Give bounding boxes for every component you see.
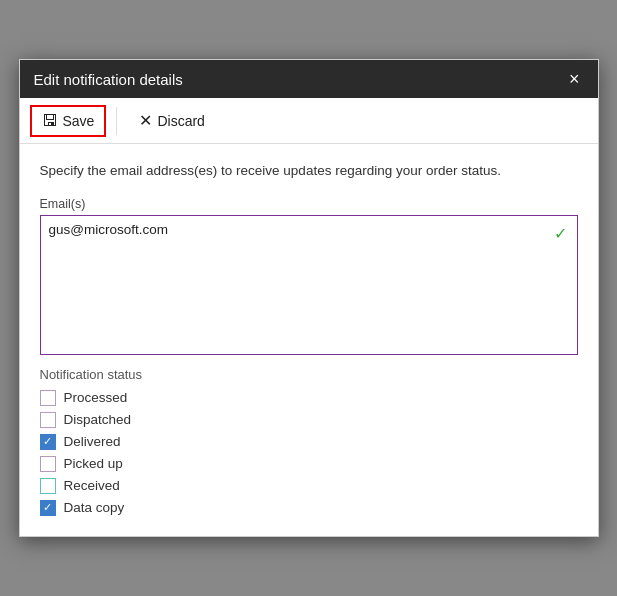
checkbox-picked-up[interactable]: ✓ xyxy=(40,456,56,472)
dialog-body: Specify the email address(es) to receive… xyxy=(20,144,598,536)
checkbox-delivered[interactable]: ✓ xyxy=(40,434,56,450)
checkmark-icon: ✓ xyxy=(43,502,52,513)
checkbox-item-processed[interactable]: ✓ Processed xyxy=(40,390,578,406)
dialog-titlebar: Edit notification details × xyxy=(20,60,598,98)
email-textarea[interactable]: gus@microsoft.com xyxy=(49,222,547,342)
checkbox-item-dispatched[interactable]: ✓ Dispatched xyxy=(40,412,578,428)
checkbox-label-picked-up: Picked up xyxy=(64,456,123,471)
checkbox-label-delivered: Delivered xyxy=(64,434,121,449)
save-button[interactable]: 🖫 Save xyxy=(30,105,107,137)
checkbox-processed[interactable]: ✓ xyxy=(40,390,56,406)
checkbox-item-received[interactable]: ✓ Received xyxy=(40,478,578,494)
description-text: Specify the email address(es) to receive… xyxy=(40,162,578,181)
checkbox-label-dispatched: Dispatched xyxy=(64,412,132,427)
toolbar-divider xyxy=(116,107,117,135)
checkbox-list: ✓ Processed ✓ Dispatched ✓ Delivered ✓ xyxy=(40,390,578,516)
toolbar: 🖫 Save ✕ Discard xyxy=(20,98,598,144)
checkbox-data-copy[interactable]: ✓ xyxy=(40,500,56,516)
checkbox-item-delivered[interactable]: ✓ Delivered xyxy=(40,434,578,450)
checkbox-label-processed: Processed xyxy=(64,390,128,405)
notification-status-label: Notification status xyxy=(40,367,578,382)
checkmark-icon: ✓ xyxy=(43,436,52,447)
discard-icon: ✕ xyxy=(139,111,152,130)
discard-button[interactable]: ✕ Discard xyxy=(127,104,216,137)
checkbox-item-picked-up[interactable]: ✓ Picked up xyxy=(40,456,578,472)
checkbox-dispatched[interactable]: ✓ xyxy=(40,412,56,428)
checkbox-label-received: Received xyxy=(64,478,120,493)
save-icon: 🖫 xyxy=(42,112,58,130)
save-label: Save xyxy=(63,113,95,129)
email-field-label: Email(s) xyxy=(40,197,578,211)
close-button[interactable]: × xyxy=(565,70,584,88)
checkbox-label-data-copy: Data copy xyxy=(64,500,125,515)
checkbox-received[interactable]: ✓ xyxy=(40,478,56,494)
discard-label: Discard xyxy=(157,113,204,129)
dialog-title: Edit notification details xyxy=(34,71,183,88)
edit-notification-dialog: Edit notification details × 🖫 Save ✕ Dis… xyxy=(19,59,599,537)
checkbox-item-data-copy[interactable]: ✓ Data copy xyxy=(40,500,578,516)
email-textarea-wrap: gus@microsoft.com ✓ xyxy=(40,215,578,355)
valid-checkmark-icon: ✓ xyxy=(554,224,567,243)
